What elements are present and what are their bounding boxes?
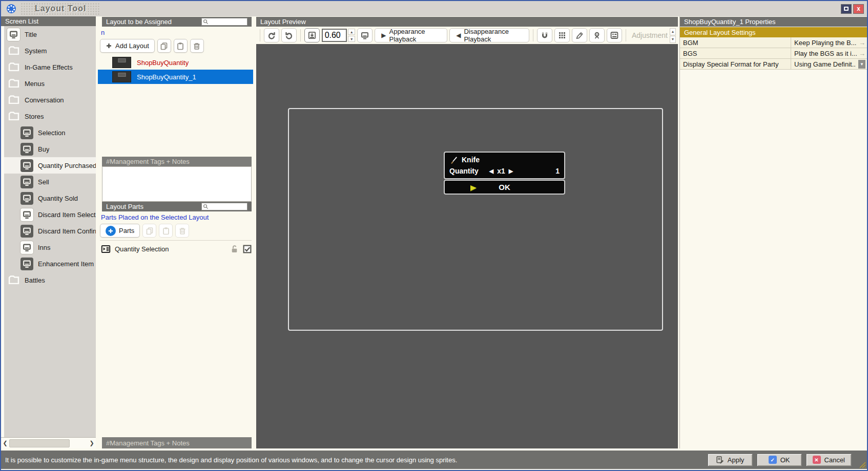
property-row-bgm: BGM Keep Playing the B... → [680, 37, 868, 48]
unlock-icon[interactable] [230, 245, 239, 253]
sidebar-item-stores[interactable]: Stores [1, 108, 96, 124]
management-tags-footer: #Management Tags + Notes [102, 437, 252, 448]
sidebar-item-quantity-purchased[interactable]: Quantity Purchased [1, 157, 96, 174]
magnet-icon [541, 31, 549, 40]
ok-window: OK [444, 180, 565, 195]
layout-search-input[interactable] [210, 18, 246, 25]
property-label: BGS [680, 48, 791, 58]
properties-header: ShopBuyQuantity_1 Properties [680, 17, 868, 27]
quantity-count: 1 [555, 167, 560, 175]
zoom-down-button[interactable]: ▼ [348, 36, 355, 42]
sidebar-item-conversation[interactable]: Conversation [1, 92, 96, 108]
zoom-input[interactable] [325, 31, 344, 40]
sidebar-item-sell[interactable]: Sell [1, 174, 96, 190]
zoom-spinner: ▲ ▼ [348, 29, 355, 42]
grid-button[interactable] [554, 28, 570, 42]
sidebar-item-system[interactable]: System [1, 42, 96, 59]
toolbar-scroll-up[interactable]: ▲ [670, 28, 676, 35]
general-layout-settings-section[interactable]: General Layout Settings [680, 27, 868, 37]
draw-button[interactable] [572, 28, 587, 42]
disappearance-playback-button[interactable]: ◀ Disappearance Playback [449, 28, 529, 42]
trash-icon [178, 227, 187, 235]
layout-search-box[interactable] [201, 18, 247, 26]
cancel-button[interactable]: ✕ Cancel [806, 454, 852, 466]
sidebar-item-menus[interactable]: Menus [1, 75, 96, 92]
layout-item-shopbuyquantity[interactable]: ShopBuyQuantity [98, 55, 253, 70]
pen-icon [575, 31, 584, 40]
close-button[interactable]: x [853, 4, 864, 14]
monitor-icon [20, 258, 33, 270]
screen-list-title: Screen List [5, 17, 38, 25]
trash-icon [193, 42, 201, 50]
sidebar-item-battles[interactable]: Battles [1, 272, 96, 288]
quantity-window: Knife Quantity ◀ x1 ▶ 1 [444, 152, 565, 179]
sidebar-item-ingame-effects[interactable]: In-Game Effects [1, 59, 96, 75]
part-icon [101, 244, 111, 254]
part-item-quantity-selection[interactable]: Quantity Selection [101, 242, 252, 256]
resize-grip[interactable] [858, 460, 866, 468]
screen-preview-button[interactable] [357, 28, 373, 42]
window-title: Layout Tool [20, 3, 100, 15]
parts-search-box[interactable] [201, 203, 247, 210]
monitor-icon [20, 225, 33, 238]
property-value-bgm[interactable]: Keep Playing the B... → [791, 37, 868, 48]
sidebar-item-quantity-sold[interactable]: Quantity Sold [1, 190, 96, 206]
undo-button[interactable] [264, 28, 279, 42]
sidebar-item-discard-item-confirm[interactable]: Discard Item Confirm [1, 223, 96, 239]
adjustment-label: Adjustment [632, 31, 668, 39]
zoom-up-button[interactable]: ▲ [348, 29, 355, 35]
management-tags-textarea[interactable] [102, 166, 252, 202]
properties-panel: ShopBuyQuantity_1 Properties General Lay… [679, 16, 868, 448]
scroll-right-arrow[interactable]: ❯ [88, 438, 96, 449]
layout-parts-title: Layout Parts [106, 203, 143, 210]
sidebar-item-selection[interactable]: Selection [1, 124, 96, 141]
paste-part-button[interactable] [159, 224, 173, 238]
copy-part-button[interactable] [142, 224, 156, 238]
scroll-left-arrow[interactable]: ❮ [1, 438, 9, 449]
appearance-playback-button[interactable]: ▶ Appearance Playback [375, 28, 447, 42]
quantity-dialog-preview[interactable]: Knife Quantity ◀ x1 ▶ 1 OK [444, 152, 565, 195]
layout-thumbnail [112, 71, 131, 82]
preview-canvas[interactable]: Knife Quantity ◀ x1 ▶ 1 OK [256, 44, 678, 448]
toolbar-scroll-down[interactable]: ▼ [670, 36, 676, 43]
property-value-party-format[interactable]: Using Game Definit.. ▼ [791, 59, 868, 69]
sidebar-item-discard-item-selection[interactable]: Discard Item Selectio [1, 206, 96, 223]
arrow-right-icon: → [859, 50, 865, 57]
layout-parts-view-button[interactable] [607, 28, 622, 42]
camera-button[interactable] [589, 28, 605, 42]
folder-icon [7, 61, 20, 74]
copy-layout-button[interactable] [157, 39, 171, 53]
increase-arrow-icon: ▶ [509, 168, 513, 175]
scrollbar-thumb[interactable] [9, 439, 70, 447]
folder-icon [7, 45, 20, 57]
sidebar-item-buy[interactable]: Buy [1, 141, 96, 157]
maximize-button[interactable] [841, 4, 852, 14]
search-icon [203, 204, 209, 209]
add-layout-button[interactable]: Add Layout [100, 39, 155, 53]
layout-parts-header: Layout Parts [102, 202, 252, 211]
visible-checkbox[interactable] [243, 245, 252, 253]
sidebar-item-enhancement-item[interactable]: Enhancement Item S [1, 255, 96, 272]
item-row: Knife [449, 154, 560, 165]
fit-to-screen-button[interactable] [304, 28, 320, 42]
sidebar-item-inns[interactable]: Inns [1, 239, 96, 255]
add-parts-button[interactable]: Parts [100, 224, 140, 238]
sidebar-item-title[interactable]: Title [1, 26, 96, 42]
layout-assign-header: Layout to be Assigned [102, 17, 252, 27]
folder-icon [7, 110, 20, 123]
parts-subtitle: Parts Placed on the Selected Layout [101, 213, 209, 221]
delete-layout-button[interactable] [190, 39, 204, 53]
horizontal-scrollbar[interactable]: ❮ ❯ [1, 437, 96, 448]
layout-item-shopbuyquantity-1[interactable]: ShopBuyQuantity_1 [98, 70, 253, 84]
apply-button[interactable]: Apply [708, 454, 753, 466]
dropdown-button[interactable]: ▼ [858, 60, 865, 69]
snap-button[interactable] [537, 28, 552, 42]
paste-layout-button[interactable] [174, 39, 188, 53]
parts-search-input[interactable] [210, 203, 246, 210]
decrease-arrow-icon: ◀ [489, 168, 493, 175]
redo-button[interactable] [281, 28, 297, 42]
ok-button[interactable]: ✓ OK [757, 454, 802, 466]
play-icon: ▶ [381, 32, 386, 39]
property-value-bgs[interactable]: Play the BGS as it i... → [791, 48, 868, 58]
delete-part-button[interactable] [175, 224, 189, 238]
